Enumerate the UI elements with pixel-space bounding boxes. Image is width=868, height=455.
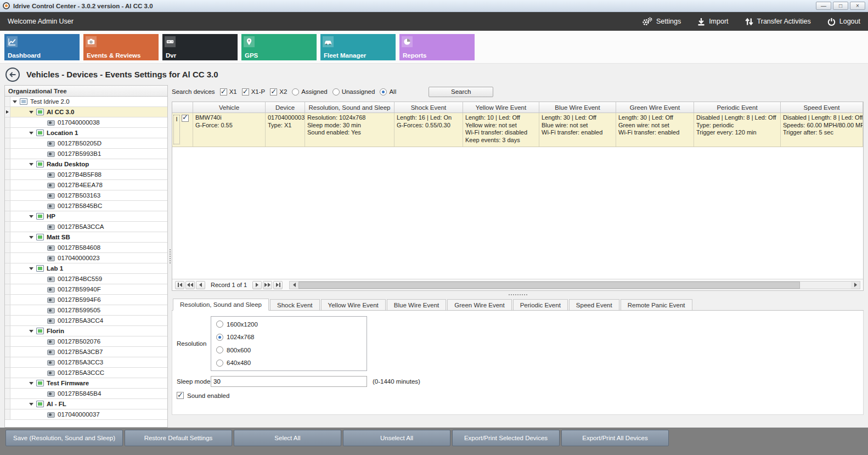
- settings-button[interactable]: Settings: [641, 17, 681, 26]
- tile-reports[interactable]: Reports: [399, 34, 475, 60]
- header-resolution[interactable]: Resolution, Sound and Sleep: [305, 102, 394, 113]
- resolution-option[interactable]: 640x480: [216, 359, 362, 367]
- tree-item[interactable]: 00127B599505: [5, 305, 167, 316]
- tree-item[interactable]: 00127B5993B1: [5, 149, 167, 159]
- resolution-radio[interactable]: [216, 334, 223, 341]
- resolution-radio[interactable]: [216, 321, 223, 328]
- tree-item[interactable]: 00127B4BC559: [5, 274, 167, 284]
- sound-enabled-checkbox[interactable]: [177, 392, 184, 399]
- resolution-option[interactable]: 800x600: [216, 346, 362, 353]
- tab[interactable]: Blue Wire Event: [387, 299, 446, 310]
- unassigned-radio[interactable]: [332, 88, 340, 96]
- tree-item[interactable]: Al - FL: [5, 399, 167, 409]
- header-device[interactable]: Device: [266, 102, 305, 113]
- x2-checkbox[interactable]: [270, 88, 277, 96]
- expand-collapse-icon[interactable]: [29, 111, 33, 116]
- logout-button[interactable]: Logout: [827, 18, 860, 26]
- filter-x2[interactable]: X2: [270, 88, 287, 96]
- tree-item[interactable]: 00127B5994F6: [5, 295, 167, 305]
- tree-item[interactable]: 00127B502076: [5, 336, 167, 347]
- tree-item[interactable]: Test Firmware: [5, 378, 167, 389]
- filter-x1[interactable]: X1: [220, 88, 237, 96]
- filter-all[interactable]: All: [380, 88, 396, 96]
- tab[interactable]: Resolution, Sound and Sleep: [173, 299, 269, 311]
- close-button[interactable]: ×: [850, 2, 865, 10]
- horizontal-scrollbar[interactable]: [289, 281, 860, 289]
- device-row[interactable]: I BMW740i G-Force: 0.55 017040000038 Typ…: [172, 113, 863, 147]
- tree-item[interactable]: 00127B4B5F88: [5, 170, 167, 180]
- resolution-option[interactable]: 1600x1200: [216, 321, 362, 328]
- tree-item[interactable]: Lab 1: [5, 263, 167, 274]
- tree-item[interactable]: 00127B584608: [5, 243, 167, 253]
- tree-item[interactable]: 00127B5A3CCA: [5, 222, 167, 232]
- first-record-button[interactable]: [175, 281, 184, 289]
- expand-collapse-icon[interactable]: [29, 267, 33, 272]
- prev-page-button[interactable]: [185, 281, 195, 289]
- tile-fleet-manager[interactable]: Fleet Manager: [320, 34, 396, 60]
- tree-item[interactable]: 00127B59940F: [5, 284, 167, 295]
- tree-item[interactable]: 00127B5845B4: [5, 389, 167, 399]
- expand-collapse-icon[interactable]: [29, 236, 33, 241]
- x1-checkbox[interactable]: [220, 88, 227, 96]
- transfer-activities-button[interactable]: Transfer Activities: [745, 18, 811, 26]
- tab[interactable]: Yellow Wire Event: [321, 299, 386, 310]
- expand-collapse-icon[interactable]: [29, 132, 33, 137]
- prev-record-button[interactable]: [196, 281, 205, 289]
- tab[interactable]: Green Wire Event: [447, 299, 511, 310]
- resolution-radio[interactable]: [216, 346, 223, 353]
- tab[interactable]: Shock Event: [270, 299, 320, 310]
- header-periodic-event[interactable]: Periodic Event: [694, 102, 781, 113]
- tab[interactable]: Periodic Event: [513, 299, 568, 310]
- tile-dashboard[interactable]: Dashboard: [4, 34, 80, 60]
- import-button[interactable]: Import: [697, 18, 728, 26]
- tree-item[interactable]: HP: [5, 211, 167, 222]
- scrollbar-thumb[interactable]: [298, 282, 800, 289]
- scroll-left-button[interactable]: [290, 282, 298, 289]
- tab[interactable]: Remote Panic Event: [621, 299, 692, 310]
- tree-item[interactable]: Test Idrive 2.0: [5, 97, 167, 107]
- bottom-action-button[interactable]: Restore Default Settings: [125, 430, 232, 446]
- expand-collapse-icon[interactable]: [29, 163, 33, 168]
- tree-item[interactable]: Florin: [5, 326, 167, 336]
- header-vehicle[interactable]: Vehicle: [193, 102, 266, 113]
- all-radio[interactable]: [380, 88, 387, 96]
- vertical-splitter[interactable]: [168, 85, 172, 428]
- tree-item[interactable]: Radu Desktop: [5, 159, 167, 170]
- tree-item[interactable]: 017040000037: [5, 409, 167, 420]
- resolution-option[interactable]: 1024x768: [216, 334, 362, 341]
- tree-item[interactable]: 00127B503163: [5, 190, 167, 201]
- resolution-listbox[interactable]: 1600x1200 1024x768 800x600: [211, 316, 367, 371]
- tree-item[interactable]: 00127B5A3CCC: [5, 368, 167, 378]
- sleep-mode-input[interactable]: [211, 376, 367, 387]
- tree-item[interactable]: 00127B5845BC: [5, 201, 167, 211]
- search-button[interactable]: Search: [429, 87, 493, 97]
- header-speed-event[interactable]: Speed Event: [781, 102, 863, 113]
- bottom-action-button[interactable]: Export/Print Selected Devices: [452, 430, 560, 446]
- last-record-button[interactable]: [273, 281, 283, 289]
- filter-unassigned[interactable]: Unassigned: [332, 88, 375, 96]
- resolution-radio[interactable]: [216, 359, 223, 367]
- expand-collapse-icon[interactable]: [29, 215, 33, 220]
- bottom-action-button[interactable]: Export/Print All Devices: [561, 430, 669, 446]
- filter-assigned[interactable]: Assigned: [292, 88, 327, 96]
- header-blue-wire-event[interactable]: Blue Wire Event: [539, 102, 616, 113]
- tree-item[interactable]: 017040000023: [5, 253, 167, 263]
- next-page-button[interactable]: [263, 281, 272, 289]
- header-yellow-wire-event[interactable]: Yellow Wire Event: [463, 102, 539, 113]
- tree-item[interactable]: Matt SB: [5, 232, 167, 243]
- expand-collapse-icon[interactable]: [29, 330, 33, 335]
- expand-collapse-icon[interactable]: [29, 403, 33, 408]
- tile-events-reviews[interactable]: Events & Reviews: [83, 34, 159, 60]
- filter-x1p[interactable]: X1-P: [242, 88, 266, 96]
- tab[interactable]: Speed Event: [569, 299, 619, 310]
- expand-collapse-icon[interactable]: [13, 100, 17, 105]
- row-select-checkbox[interactable]: [182, 115, 189, 122]
- tree-item[interactable]: 00127B5A3CC3: [5, 357, 167, 368]
- maximize-button[interactable]: □: [833, 2, 848, 10]
- tree-item[interactable]: Location 1: [5, 128, 167, 138]
- minimize-button[interactable]: —: [816, 2, 831, 10]
- tile-dvr[interactable]: Dvr: [162, 34, 238, 60]
- tree-item[interactable]: 00127B4EEA78: [5, 180, 167, 190]
- header-shock-event[interactable]: Shock Event: [394, 102, 463, 113]
- bottom-action-button[interactable]: Unselect All: [343, 430, 450, 446]
